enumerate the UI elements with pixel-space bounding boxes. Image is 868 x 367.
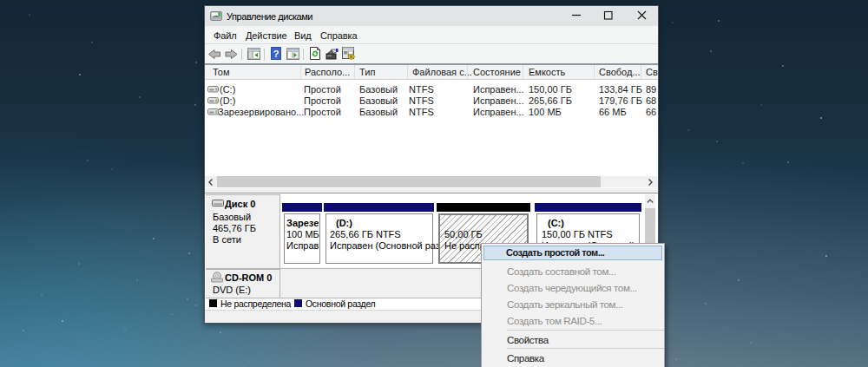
svg-text:?: ? xyxy=(273,49,279,59)
